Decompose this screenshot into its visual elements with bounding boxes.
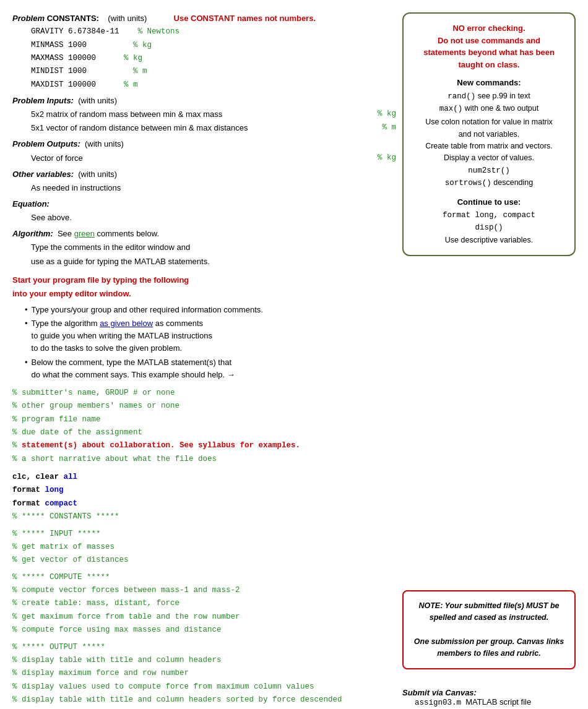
- constants-block: GRAVITY 6.67384e-11 % Newtons MINMASS 10…: [12, 26, 396, 91]
- code-compute-1: % compute vector forces between mass-1 a…: [12, 585, 396, 596]
- pct-comment-2: % other group members' names or none: [12, 400, 396, 412]
- equation-label: Equation:: [12, 199, 50, 208]
- other-vars-block: As needed in instructions: [12, 182, 396, 194]
- other-vars-header: Other variables: (with units): [12, 168, 396, 181]
- equation-block: See above.: [12, 212, 396, 224]
- colon-notation: Use colon notation for value in matrix a…: [413, 116, 564, 189]
- start-line2: into your empty editor window.: [12, 288, 396, 300]
- bullet-3: • Below the comment, type the MATLAB sta…: [12, 356, 396, 381]
- algorithm-header: Algorithm: See green comments below.: [12, 228, 396, 240]
- bullet-points: • Type yours/your group and other requir…: [12, 304, 396, 381]
- equation-line1: See above.: [31, 212, 396, 224]
- bullet-3-icon: •: [25, 356, 28, 369]
- code-constants-comment: % ***** CONSTANTS *****: [12, 511, 396, 523]
- right-column: NO error checking. Do not use commands a…: [402, 12, 576, 707]
- maxmass-line: MAXMASS 100000 % kg: [31, 53, 396, 64]
- note-box-red: NOTE: Your submitted file(s) MUST be spe…: [402, 590, 576, 670]
- bullet-2-icon: •: [25, 317, 28, 330]
- pct-comment-1: % submitter's name, GROUP # or none: [12, 387, 396, 399]
- code-get-distances: % get vector of distances: [12, 554, 396, 566]
- left-column: Problem CONSTANTS: (with units) Use CONS…: [12, 12, 396, 707]
- bullet-1: • Type yours/your group and other requir…: [12, 304, 396, 316]
- code-get-masses: % get matrix of masses: [12, 541, 396, 553]
- outputs-label: Problem Outputs:: [12, 139, 80, 148]
- spacer: [402, 269, 576, 577]
- new-commands-label: New commands:: [413, 77, 564, 89]
- code-output-2: % display maximum force and row number: [12, 668, 396, 679]
- other-vars-label: Other variables:: [12, 170, 74, 179]
- algorithm-line3: use as a guide for typing the MATLAB sta…: [31, 256, 396, 268]
- inputs-line1: 5x2 matrix of random mass between min & …: [31, 108, 396, 121]
- bullet-1-text: Type yours/your group and other required…: [32, 304, 263, 316]
- problem-label: Problem: [12, 14, 45, 23]
- continue-label: Continue to use:: [413, 196, 564, 208]
- algorithm-label: Algorithm:: [12, 229, 53, 238]
- code-clc: clc, clear all: [12, 471, 396, 483]
- use-constant-msg: Use CONSTANT names not numbers.: [174, 14, 316, 23]
- code-compute-3: % get maximum force from table and the r…: [12, 611, 396, 623]
- code-input-comment: % ***** INPUT *****: [12, 528, 396, 540]
- inputs-line2: 5x1 vector of random distance between mi…: [31, 122, 396, 134]
- pct-comment-4: % due date of the assignment: [12, 427, 396, 439]
- algorithm-green: green: [74, 229, 95, 238]
- continue-content: format long, compact disp() Use descript…: [413, 209, 564, 246]
- pct-comment-5: % statement(s) about collaboration. See …: [12, 440, 396, 452]
- code-compute-4: % compute force using max masses and dis…: [12, 624, 396, 636]
- no-error-checking: NO error checking. Do not use commands a…: [413, 22, 564, 71]
- code-format-compact: format compact: [12, 498, 396, 510]
- bullet-2: • Type the algorithm as given below as c…: [12, 317, 396, 354]
- bullet-1-icon: •: [25, 304, 28, 316]
- code-output-1: % display table with title and column he…: [12, 655, 396, 666]
- inputs-header: Problem Inputs: (with units): [12, 95, 396, 107]
- code-output-comment: % ***** OUTPUT *****: [12, 642, 396, 653]
- constants-label: CONSTANTS:: [47, 14, 99, 23]
- inputs-label: Problem Inputs:: [12, 96, 74, 105]
- mindist-line: MINDIST 1000 % m: [31, 66, 396, 77]
- minmass-line: MINMASS 1000 % kg: [31, 40, 396, 51]
- code-format-long: format long: [12, 484, 396, 496]
- equation-header: Equation:: [12, 198, 396, 210]
- submit-label: Submit via Canvas:: [402, 688, 576, 697]
- note-text: NOTE: Your submitted file(s) MUST be spe…: [413, 600, 564, 660]
- pct-comment-3: % program file name: [12, 414, 396, 426]
- algorithm-line1-pre: See: [58, 229, 74, 238]
- start-line1: Start your program file by typing the fo…: [12, 274, 396, 286]
- gravity-line: GRAVITY 6.67384e-11 % Newtons: [31, 26, 396, 38]
- submit-file: assign03.m MATLAB script file: [402, 697, 576, 707]
- bullet-2-text: Type the algorithm as given below as com…: [32, 317, 212, 354]
- percent-comments-block: % submitter's name, GROUP # or none % ot…: [12, 387, 396, 465]
- maxdist-line: MAXDIST 100000 % m: [31, 79, 396, 91]
- algorithm-line1-post: comments below.: [95, 229, 159, 238]
- with-units-constants: (with units): [108, 14, 147, 23]
- inputs-block: 5x2 matrix of random mass between min & …: [12, 108, 396, 134]
- start-instructions: Start your program file by typing the fo…: [12, 274, 396, 300]
- algorithm-line2: Type the comments in the editor window a…: [31, 241, 396, 254]
- code-output-4: % display table with title and column he…: [12, 694, 396, 706]
- other-vars-line1: As needed in instructions: [31, 182, 396, 194]
- pct-comment-6: % a short narrative about what the file …: [12, 453, 396, 465]
- outputs-block: Vector of force % kg: [12, 152, 396, 165]
- outputs-header: Problem Outputs: (with units): [12, 138, 396, 150]
- outputs-line1: Vector of force % kg: [31, 152, 396, 165]
- algorithm-block: Type the comments in the editor window a…: [12, 241, 396, 267]
- bullet-3-text: Below the comment, type the MATLAB state…: [32, 356, 235, 381]
- submit-section: Submit via Canvas: assign03.m MATLAB scr…: [402, 688, 576, 707]
- code-compute-2: % create table: mass, distant, force: [12, 598, 396, 609]
- code-output-3: % display values used to compute force f…: [12, 681, 396, 693]
- main-code-block: clc, clear all format long format compac…: [12, 471, 396, 706]
- new-commands-content: rand() see p.99 in text max() with one &…: [413, 90, 564, 116]
- info-box-green: NO error checking. Do not use commands a…: [402, 12, 576, 256]
- code-compute-comment: % ***** COMPUTE *****: [12, 572, 396, 583]
- constants-header: Problem CONSTANTS: (with units) Use CONS…: [12, 12, 396, 25]
